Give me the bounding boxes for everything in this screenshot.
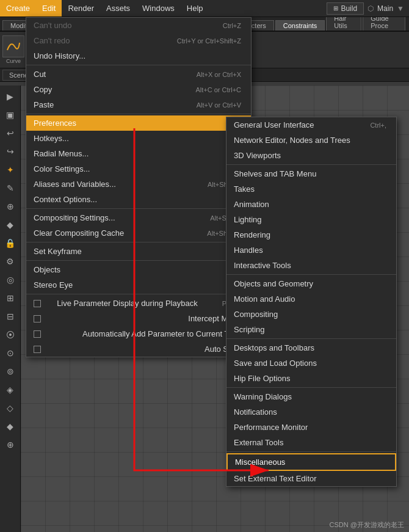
menu-item-aliases[interactable]: Aliases and Variables... Alt+Shift+V [26,177,251,192]
pref-sep-5 [226,451,396,452]
pref-sep-2 [226,274,396,275]
separator-4 [26,242,251,242]
left-icon-gear[interactable]: ⚙ [2,253,19,270]
left-icon-s3[interactable]: ⊚ [2,363,19,380]
menu-item-cant-undo[interactable]: Can't undo Ctrl+Z [26,18,251,33]
menu-item-auto-add-param[interactable]: Automatically Add Parameter to Current T… [26,326,251,341]
pref-miscellaneous[interactable]: Miscellaneous [226,453,396,471]
topbar-right: ⊞ Build ⬡ Main ▼ [327,2,409,15]
menu-item-context-options[interactable]: Context Options... [26,192,251,207]
separator-6 [26,294,251,294]
left-icon-add[interactable]: ⊕ [2,198,19,215]
separator-1 [26,65,251,65]
menu-create[interactable]: Create [0,0,36,16]
build-button[interactable]: ⊞ Build [327,2,364,15]
tab-constraints[interactable]: Constraints [275,20,325,31]
left-icon-s1[interactable]: ⦿ [2,326,19,343]
pref-warning-dialogs[interactable]: Warning Dialogs [226,389,396,404]
pref-network-editor[interactable]: Network Editor, Nodes and Trees [226,133,396,148]
menu-item-objects[interactable]: Objects ▶ [26,262,251,277]
pref-rendering[interactable]: Rendering [226,227,396,242]
menu-bar: Create Edit Render Assets Windows Help [0,0,209,16]
menu-item-stereo-eye[interactable]: Stereo Eye ▶ [26,277,251,293]
pref-hip-file[interactable]: Hip File Options [226,371,396,386]
pref-save-load[interactable]: Save and Load Options [226,355,396,371]
menu-item-color-settings[interactable]: Color Settings... [26,161,251,177]
preferences-submenu: General User Interface Ctrl+, Network Ed… [226,117,397,487]
left-icon-star[interactable]: ✦ [2,161,19,178]
left-icon-grid[interactable]: ⊞ [2,290,19,307]
pref-performance-monitor[interactable]: Performance Monitor [226,420,396,435]
menu-item-cant-redo[interactable]: Can't redo Ctrl+Y or Ctrl+Shift+Z [26,33,251,48]
curve-icon [2,35,24,57]
menu-item-cut[interactable]: Cut Alt+X or Ctrl+X [26,67,251,82]
pref-3d-viewports[interactable]: 3D Viewports [226,148,396,163]
pref-compositing[interactable]: Compositing [226,307,396,322]
pref-animation[interactable]: Animation [226,197,396,212]
left-icon-diamond[interactable]: ◆ [2,216,19,233]
menu-edit[interactable]: Edit [36,0,62,16]
menu-item-intercept-mode[interactable]: Intercept Mode [26,311,251,326]
left-icon-s6[interactable]: ◆ [2,418,19,435]
menu-assets[interactable]: Assets [100,0,136,16]
menu-item-compositing-settings[interactable]: Compositing Settings... Alt+Shift+I [26,210,251,225]
left-icon-lock[interactable]: 🔒 [2,235,19,252]
pref-sep-4 [226,387,396,388]
pref-interactive-tools[interactable]: Interactive Tools [226,258,396,273]
menu-item-auto-save[interactable]: Auto Save [26,341,251,357]
top-menu-bar: Create Edit Render Assets Windows Help ⊞… [0,0,409,17]
pref-motion-audio[interactable]: Motion and Audio [226,291,396,307]
left-icon-forward[interactable]: ↪ [2,143,19,160]
menu-item-live-param[interactable]: Live Parameter Display during Playback P… [26,296,251,311]
tab-guide-proce[interactable]: Guide Proce [363,17,405,31]
curve-label: Curve [6,58,21,64]
menu-help[interactable]: Help [181,0,209,16]
pref-sep-3 [226,338,396,339]
left-icon-select[interactable]: ▶ [2,88,19,105]
pref-external-tools[interactable]: External Tools [226,435,396,450]
left-icon-draw[interactable]: ✎ [2,180,19,197]
pref-desktops-toolbars[interactable]: Desktops and Toolbars [226,340,396,355]
menu-item-radial-menus[interactable]: Radial Menus... [26,146,251,161]
pref-sep-1 [226,164,396,165]
left-icon-minus-box[interactable]: ⊟ [2,308,19,325]
intercept-mode-checkbox[interactable] [34,315,41,322]
left-sidebar: ▶ ▣ ↩ ↪ ✦ ✎ ⊕ ◆ 🔒 ⚙ ◎ ⊞ ⊟ ⦿ ⊙ ⊚ ◈ ◇ ◆ ⊕ [0,86,21,532]
menu-item-undo-history[interactable]: Undo History... [26,48,251,64]
menu-item-set-keyframe[interactable]: Set Keyframe K [26,244,251,259]
menu-item-hotkeys[interactable]: Hotkeys... [26,131,251,146]
menu-item-copy[interactable]: Copy Alt+C or Ctrl+C [26,82,251,97]
pref-takes[interactable]: Takes [226,181,396,197]
left-icon-s4[interactable]: ◈ [2,381,19,398]
menu-item-clear-compositing[interactable]: Clear Compositing Cache Alt+Shift+R [26,225,251,241]
pref-general-ui[interactable]: General User Interface Ctrl+, [226,117,396,133]
shelf-curve-tool[interactable]: Curve [2,35,24,64]
left-icon-s2[interactable]: ⊙ [2,344,19,362]
pref-handles[interactable]: Handles [226,242,396,258]
auto-save-checkbox[interactable] [34,346,41,353]
separator-2 [26,114,251,114]
live-param-checkbox[interactable] [34,300,41,307]
left-icon-circle[interactable]: ◎ [2,271,19,288]
menu-windows[interactable]: Windows [136,0,181,16]
left-icon-back[interactable]: ↩ [2,125,19,142]
menu-item-preferences[interactable]: Preferences ▶ [26,115,251,131]
pref-objects-geometry[interactable]: Objects and Geometry [226,276,396,291]
auto-add-checkbox[interactable] [34,330,41,338]
left-icon-s5[interactable]: ◇ [2,399,19,417]
tab-hair-utils[interactable]: Hair Utils [326,17,361,31]
pref-lighting[interactable]: Lighting [226,212,396,227]
menu-item-paste[interactable]: Paste Alt+V or Ctrl+V [26,97,251,112]
separator-5 [26,260,251,261]
pref-notifications[interactable]: Notifications [226,404,396,420]
menu-render[interactable]: Render [62,0,100,16]
separator-3 [26,208,251,209]
pref-scripting[interactable]: Scripting [226,322,396,337]
edit-menu: Can't undo Ctrl+Z Can't redo Ctrl+Y or C… [26,17,252,357]
left-icon-s7[interactable]: ⊕ [2,436,19,453]
left-icon-box[interactable]: ▣ [2,106,19,123]
pref-shelves[interactable]: Shelves and TAB Menu [226,166,396,181]
pref-set-external-text-editor[interactable]: Set External Text Editor [226,471,396,486]
